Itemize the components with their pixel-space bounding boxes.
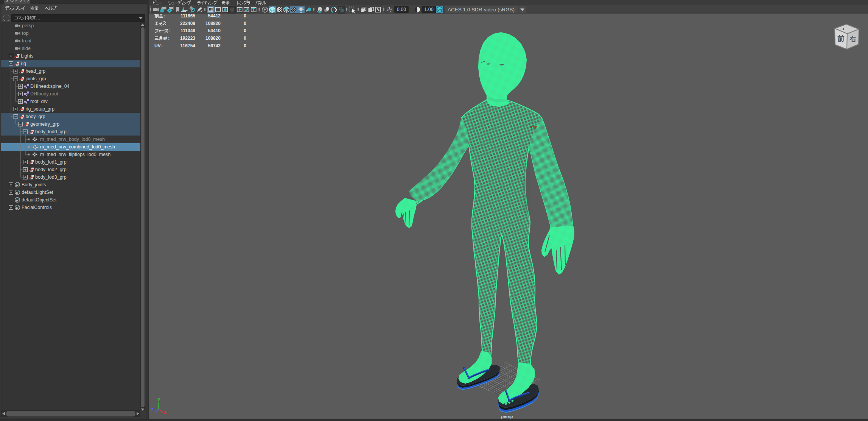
svg-text:rig: rig [21, 61, 26, 66]
svg-text::: : [165, 21, 166, 26]
svg-text:108820: 108820 [205, 36, 221, 41]
svg-text:m_med_nrw_combined_lod0_mesh: m_med_nrw_combined_lod0_mesh [40, 144, 115, 150]
svg-text:X: X [164, 410, 166, 415]
svg-text:body_lod3_grp: body_lod3_grp [35, 175, 67, 180]
svg-text:persp: persp [22, 23, 34, 28]
svg-text:top: top [22, 31, 28, 36]
svg-text:persp: persp [501, 414, 513, 419]
svg-text:116754: 116754 [180, 43, 196, 48]
svg-text:DHIhead:spine_04: DHIhead:spine_04 [30, 84, 70, 89]
svg-text:0: 0 [244, 36, 246, 41]
svg-text:...: ... [36, 16, 40, 20]
svg-text:111865: 111865 [180, 13, 195, 19]
svg-text:108820: 108820 [205, 21, 221, 26]
svg-text:head_grp: head_grp [26, 69, 46, 74]
svg-text:0: 0 [244, 13, 246, 19]
svg-text::: : [168, 36, 170, 41]
svg-text:root_drv: root_drv [30, 99, 48, 104]
svg-text:Z: Z [151, 408, 153, 412]
svg-text:54412: 54412 [208, 13, 221, 19]
svg-text:Y: Y [157, 398, 160, 402]
svg-text:joints_grp: joints_grp [25, 76, 46, 81]
svg-text:Lights: Lights [21, 53, 33, 59]
svg-text:front: front [22, 38, 32, 44]
svg-text:body_grp: body_grp [26, 114, 45, 119]
svg-text:0.00: 0.00 [397, 7, 406, 12]
svg-text::: : [164, 13, 165, 19]
svg-text:m_med_nrw_body_lod0_mesh: m_med_nrw_body_lod0_mesh [40, 137, 105, 142]
svg-text:body_lod0_grp: body_lod0_grp [35, 129, 67, 134]
svg-text:192223: 192223 [180, 36, 195, 41]
svg-text:ON: ON [437, 8, 442, 11]
svg-text::: : [168, 28, 170, 33]
svg-text:side: side [22, 46, 31, 51]
svg-text:222408: 222408 [180, 21, 195, 26]
svg-text:DHIbody:root: DHIbody:root [30, 91, 58, 97]
svg-text:defaultObjectSet: defaultObjectSet [22, 197, 57, 203]
svg-text:FacialControls: FacialControls [22, 205, 52, 210]
svg-text:defaultLightSet: defaultLightSet [22, 190, 53, 195]
svg-text:rig_setup_grp: rig_setup_grp [26, 106, 54, 112]
svg-text:ACES 1.0 SDR-video (sRGB): ACES 1.0 SDR-video (sRGB) [448, 7, 515, 12]
svg-text:1.00: 1.00 [424, 7, 433, 12]
svg-text:0: 0 [244, 28, 246, 33]
svg-text:body_lod2_grp: body_lod2_grp [35, 167, 67, 172]
svg-text:Body_joints: Body_joints [22, 182, 46, 187]
svg-text:56742: 56742 [208, 43, 221, 48]
svg-text:54410: 54410 [208, 28, 221, 33]
svg-text:geometry_grp: geometry_grp [30, 122, 59, 127]
svg-text:UV:: UV: [154, 43, 162, 48]
svg-text:m_med_nrw_flipflops_lod0_mesh: m_med_nrw_flipflops_lod0_mesh [40, 152, 110, 157]
svg-text:0: 0 [244, 21, 246, 26]
svg-text:0: 0 [244, 43, 246, 48]
svg-text:body_lod1_grp: body_lod1_grp [35, 159, 67, 165]
svg-text:111348: 111348 [180, 28, 195, 33]
